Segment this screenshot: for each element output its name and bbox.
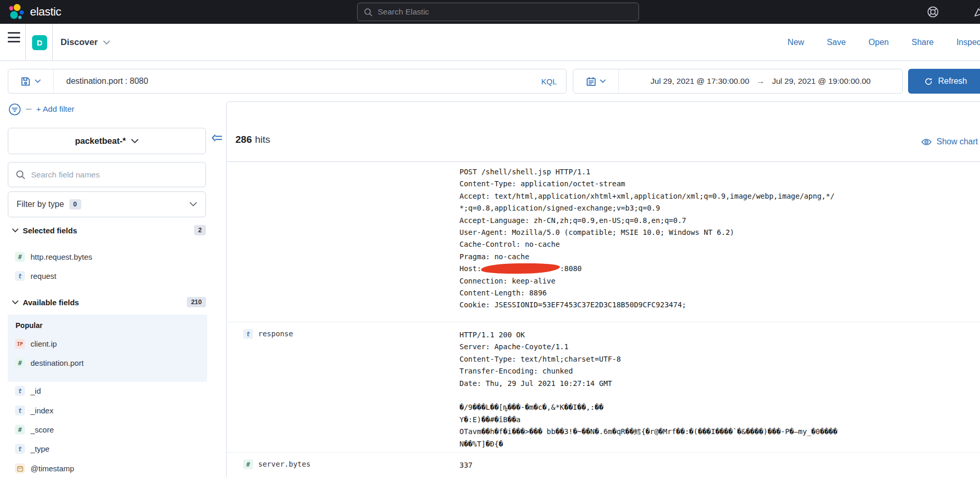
field-item-client-ip[interactable]: IP client.ip [15, 339, 57, 349]
saved-query-menu-button[interactable] [8, 69, 54, 93]
doc-field-name: server.bytes [258, 459, 310, 469]
refresh-button[interactable]: Refresh [908, 69, 980, 94]
field-item-type[interactable]: t _type [15, 444, 50, 454]
field-value-line: Connection: keep-alive [459, 275, 980, 287]
field-item-score[interactable]: # _score [15, 425, 54, 435]
show-chart-label: Show chart [937, 137, 978, 146]
doc-field-label: # server.bytes [227, 453, 459, 477]
string-field-icon: t [15, 444, 25, 454]
calendar-field-icon [15, 464, 25, 473]
ip-field-icon: IP [15, 339, 25, 349]
field-item-timestamp[interactable]: @timestamp [15, 464, 74, 473]
string-field-icon: t [15, 386, 25, 396]
doc-field-row-request: POST /shell/shell.jsp HTTP/1.1 Content-T… [227, 162, 980, 322]
elastic-logo-group[interactable]: elastic [0, 3, 61, 21]
menu-hamburger-button[interactable] [8, 32, 20, 42]
selected-fields-label: Selected fields [23, 226, 77, 235]
elastic-logo-icon [7, 3, 25, 21]
space-avatar[interactable]: D [32, 35, 47, 50]
global-search-placeholder: Search Elastic [378, 7, 429, 17]
filter-bar: + Add filter [8, 102, 75, 116]
add-filter-button[interactable]: + Add filter [36, 105, 75, 114]
field-value-line: Content-Type: text/html;charset=UTF-8 [459, 353, 980, 365]
filter-by-type-count-badge: 0 [69, 199, 81, 210]
search-icon [364, 8, 373, 17]
redaction-scribble [481, 263, 560, 275]
field-value-line: Transfer-Encoding: chunked [459, 365, 980, 377]
field-value-line: Pragma: no-cache [459, 251, 980, 263]
field-value-line: Y�:E)��#�îB��a [459, 414, 980, 426]
available-fields-header[interactable]: Available fields 210 [12, 297, 206, 307]
newsfeed-icon[interactable] [973, 5, 980, 19]
string-field-icon: t [243, 329, 253, 339]
breadcrumb[interactable]: Discover [61, 24, 110, 61]
field-value-line: Cache-Control: no-cache [459, 238, 980, 250]
doc-field-value: 337 [459, 453, 980, 477]
show-chart-button[interactable]: Show chart [921, 137, 978, 146]
doc-field-label: t response [227, 322, 459, 452]
eye-icon [921, 138, 932, 146]
fields-sidebar: packetbeat-* Search field names Filter b… [8, 128, 207, 477]
field-item-id[interactable]: t _id [15, 386, 41, 396]
chevron-down-icon [600, 79, 606, 83]
hits-count: 286 [235, 134, 252, 145]
field-search-placeholder: Search field names [31, 170, 100, 180]
field-item-index[interactable]: t _index [15, 406, 53, 415]
share-button[interactable]: Share [912, 38, 934, 47]
calendar-icon [586, 77, 596, 86]
query-language-button[interactable]: KQL [541, 77, 566, 86]
doc-field-label [227, 162, 459, 322]
doc-field-value: HTTP/1.1 200 OK Server: Apache-Coyote/1.… [459, 322, 980, 452]
field-value-line: Content-Type: application/octet-stream [459, 178, 980, 190]
string-field-icon: t [15, 406, 25, 415]
number-field-icon: # [243, 459, 253, 469]
field-value-line: User-Agent: Mozilla/5.0 (compatible; MSI… [459, 227, 980, 238]
field-item-request[interactable]: t request [15, 271, 56, 281]
chevron-down-icon [12, 300, 19, 305]
index-pattern-name: packetbeat-* [75, 136, 126, 146]
hits-label: hits [255, 134, 271, 145]
date-start-button[interactable]: Jul 29, 2021 @ 17:30:00.00 [650, 77, 749, 86]
filter-by-type-select[interactable]: Filter by type 0 [8, 191, 206, 217]
new-button[interactable]: New [788, 38, 804, 47]
doc-field-row-server-bytes: # server.bytes 337 [227, 452, 980, 477]
hits-bar: 286hits Show chart [227, 102, 980, 162]
chevron-down-icon [189, 202, 197, 207]
field-search-input[interactable]: Search field names [8, 162, 206, 187]
field-value-line: Cookie: JSESSIONID=53EF7453C37E2D3C18B50… [459, 299, 980, 311]
save-button[interactable]: Save [827, 38, 845, 47]
doc-field-value: POST /shell/shell.jsp HTTP/1.1 Content-T… [459, 162, 980, 322]
doc-field-row-response: t response HTTP/1.1 200 OK Server: Apach… [227, 322, 980, 452]
query-input[interactable]: destination.port : 8080 [54, 77, 541, 86]
string-field-icon: t [15, 271, 25, 281]
available-fields-label: Available fields [23, 298, 79, 307]
date-end-button[interactable]: Jul 29, 2021 @ 19:00:00.00 [772, 77, 871, 86]
field-value-line: N��%T]�Ð{� [459, 438, 980, 450]
search-icon [16, 170, 25, 180]
number-field-icon: # [15, 358, 25, 368]
index-pattern-selector[interactable]: packetbeat-* [8, 128, 206, 154]
global-search-input[interactable]: Search Elastic [357, 3, 639, 21]
open-button[interactable]: Open [869, 38, 889, 47]
inspect-button[interactable]: Inspect [956, 38, 980, 47]
refresh-icon [924, 77, 933, 86]
collapse-sidebar-button[interactable] [211, 132, 224, 144]
field-value-line: OTavm��h�f�i���>��� bb��3!�~��N�.6m�qR��… [459, 426, 980, 438]
field-item-http-request-bytes[interactable]: # http.request.bytes [15, 252, 92, 262]
help-icon[interactable] [926, 5, 940, 19]
filter-circle-icon[interactable] [8, 103, 21, 116]
field-item-destination-port[interactable]: # destination.port [15, 358, 84, 368]
selected-fields-header[interactable]: Selected fields 2 [12, 225, 206, 235]
popular-label: Popular [16, 321, 42, 330]
field-value-line: �/9���L��[ҧ���-�m�c�,&*K��I��,:�� [459, 401, 980, 413]
menu-left-icon [211, 132, 224, 144]
toolbar-actions: New Save Open Share Inspect [788, 24, 980, 61]
top-header: elastic Search Elastic [0, 0, 980, 24]
appbar-divider [52, 24, 53, 61]
filter-dash-decoration [26, 109, 32, 110]
elastic-wordmark: elastic [30, 5, 61, 19]
app-title: Discover [61, 37, 98, 48]
hits-count-text: 286hits [235, 134, 270, 145]
date-quick-menu-button[interactable] [573, 69, 619, 93]
chevron-down-icon [103, 40, 110, 45]
